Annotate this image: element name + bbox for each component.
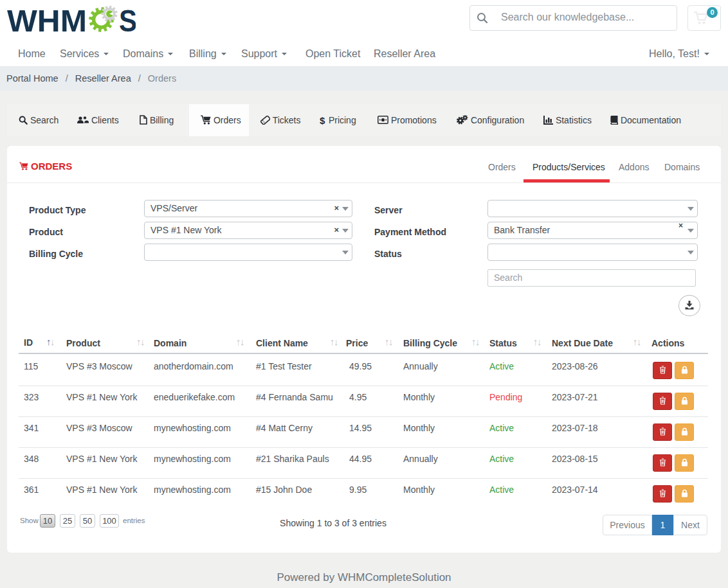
svg-text:S: S [119,4,136,35]
svg-text:$: $ [320,115,325,125]
svg-text:WHM: WHM [7,4,87,35]
